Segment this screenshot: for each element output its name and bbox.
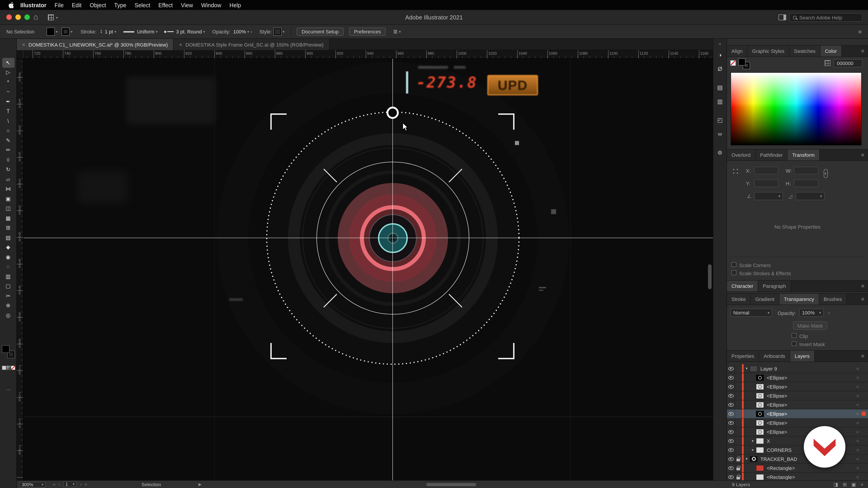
fill-color-swatch[interactable]: [47, 28, 55, 35]
menu-item-help[interactable]: Help: [225, 2, 245, 8]
align-options-icon[interactable]: ≣: [393, 29, 398, 35]
visibility-toggle[interactable]: [727, 473, 735, 480]
visibility-toggle[interactable]: [727, 364, 735, 373]
menu-item-view[interactable]: View: [177, 2, 197, 8]
layer-name[interactable]: <Ellipse>: [767, 420, 854, 425]
menu-item-window[interactable]: Window: [197, 2, 225, 8]
status-menu-icon[interactable]: ▶: [198, 482, 202, 487]
menu-item-illustrator[interactable]: Illustrator: [16, 2, 51, 8]
pencil-tool[interactable]: ✏: [2, 145, 14, 155]
vertical-ruler[interactable]: 4805005205405605806006206406606807007207…: [17, 59, 24, 480]
lock-toggle[interactable]: [735, 418, 742, 427]
panel-tab-character[interactable]: Character: [727, 281, 758, 291]
mesh-tool[interactable]: ⊞: [2, 223, 14, 233]
lock-toggle[interactable]: [735, 400, 742, 409]
color-grid-icon[interactable]: [825, 60, 831, 66]
panel-layout-toggle-icon[interactable]: [778, 14, 786, 20]
panel-tab-paragraph[interactable]: Paragraph: [758, 281, 791, 291]
panel-tab-transparency[interactable]: Transparency: [779, 294, 819, 304]
panel-tab-gradient[interactable]: Gradient: [751, 294, 779, 304]
panel-tab-stroke[interactable]: Stroke: [727, 294, 751, 304]
zoom-level-select[interactable]: 300%▾: [20, 482, 46, 488]
brush-caret-icon[interactable]: ▾: [203, 30, 205, 34]
layer-name[interactable]: <Ellipse>: [767, 375, 854, 380]
align-caret-icon[interactable]: ▾: [399, 30, 401, 34]
shape-builder-tool[interactable]: ◫: [2, 203, 14, 213]
pen-tool[interactable]: ✒: [2, 97, 14, 106]
layer-row[interactable]: <Ellipse>○: [727, 373, 868, 382]
color-panel-icon[interactable]: ◑: [715, 49, 725, 60]
fill-indicator[interactable]: [2, 346, 9, 352]
lock-toggle[interactable]: [735, 464, 742, 472]
ruler-corner[interactable]: [17, 50, 24, 59]
fill-stroke-widget[interactable]: [2, 346, 14, 358]
hex-color-field[interactable]: 000000: [834, 59, 863, 67]
color-spectrum[interactable]: [731, 72, 862, 145]
target-icon[interactable]: ○: [854, 456, 862, 461]
document-tab[interactable]: ×DOMESTIKA C1_ LINEWORK_SC.ai* @ 300% (R…: [17, 39, 174, 50]
new-layer-icon[interactable]: ▣: [851, 482, 856, 487]
scale-strokes-checkbox[interactable]: [732, 270, 737, 275]
layer-row[interactable]: <Rectangle>○: [727, 473, 868, 480]
layer-row[interactable]: <Ellipse>○: [727, 418, 868, 427]
layer-name[interactable]: <Ellipse>: [767, 384, 854, 389]
opacity-value[interactable]: 100%: [233, 29, 246, 34]
expand-panels-icon[interactable]: «: [719, 41, 721, 46]
visibility-toggle[interactable]: [727, 373, 735, 382]
target-icon[interactable]: ○: [854, 447, 862, 452]
gradient-tool[interactable]: ▧: [2, 233, 14, 242]
style-caret-icon[interactable]: ▾: [283, 30, 284, 34]
artboard-number-select[interactable]: 1▾: [63, 481, 77, 487]
eyedropper-tool[interactable]: ◆: [2, 242, 14, 252]
graphic-styles-panel-icon[interactable]: ▤: [715, 82, 725, 93]
layer-row[interactable]: <Ellipse>○: [727, 410, 868, 418]
next-artboard-icon[interactable]: ›: [80, 482, 82, 487]
width-tool[interactable]: ⋈: [2, 184, 14, 194]
width-profile-value[interactable]: Uniform: [137, 29, 154, 34]
lock-toggle[interactable]: [735, 446, 742, 454]
stroke-weight-value[interactable]: 1 pt: [105, 29, 113, 34]
eraser-tool[interactable]: ◊: [2, 155, 14, 165]
panel-menu-icon[interactable]: ≡: [858, 294, 868, 304]
utilities-panel-icon[interactable]: ⊚: [715, 147, 725, 158]
make-mask-button[interactable]: Make Mask: [793, 321, 827, 330]
visibility-toggle[interactable]: [727, 427, 735, 436]
hand-tool[interactable]: ⊕: [2, 301, 14, 311]
expand-caret-icon[interactable]: ▾: [744, 366, 749, 370]
layer-row[interactable]: <Ellipse>○: [727, 382, 868, 391]
menu-item-effect[interactable]: Effect: [154, 2, 177, 8]
shear-angle-select[interactable]: ▾: [796, 192, 825, 200]
selection-tool[interactable]: ↖: [2, 58, 14, 68]
search-input[interactable]: Search Adobe Help: [789, 13, 863, 22]
panel-menu-icon[interactable]: ≡: [858, 351, 868, 361]
layer-name[interactable]: Layer 9: [761, 366, 854, 371]
panel-tab-properties[interactable]: Properties: [727, 351, 759, 361]
links-panel-icon[interactable]: ∞: [715, 128, 725, 139]
expand-caret-icon[interactable]: ▸: [750, 439, 756, 443]
panel-tab-overlord[interactable]: Overlord: [727, 150, 755, 160]
w-field[interactable]: [794, 167, 818, 174]
reference-point-widget[interactable]: [732, 167, 741, 176]
target-icon[interactable]: ○: [854, 384, 862, 389]
stroke-weight-caret-icon[interactable]: ▾: [114, 30, 116, 34]
opacity-chevron-icon[interactable]: ›: [828, 310, 830, 315]
x-field[interactable]: [754, 167, 778, 174]
lock-toggle[interactable]: [735, 382, 742, 391]
lock-toggle[interactable]: [735, 427, 742, 436]
target-icon[interactable]: ○: [854, 393, 862, 398]
panel-tab-align[interactable]: Align: [727, 46, 747, 57]
edit-toolbar-icon[interactable]: ⋯: [0, 387, 17, 393]
target-icon[interactable]: ○: [854, 420, 862, 425]
none-swatch[interactable]: [731, 61, 736, 66]
layer-row[interactable]: <Ellipse>○: [727, 391, 868, 400]
scale-corners-checkbox[interactable]: [732, 262, 737, 267]
ellipse-tool[interactable]: ○: [2, 126, 14, 135]
color-mode-trio[interactable]: [0, 366, 17, 369]
apple-menu-icon[interactable]: [5, 2, 16, 8]
graph-tool[interactable]: ▥: [2, 271, 14, 281]
target-icon[interactable]: ○: [854, 366, 862, 371]
panel-tab-color[interactable]: Color: [820, 46, 842, 57]
close-tab-icon[interactable]: ×: [22, 41, 25, 48]
panel-tab-swatches[interactable]: Swatches: [789, 46, 820, 57]
perspective-grid-tool[interactable]: ▦: [2, 213, 14, 223]
